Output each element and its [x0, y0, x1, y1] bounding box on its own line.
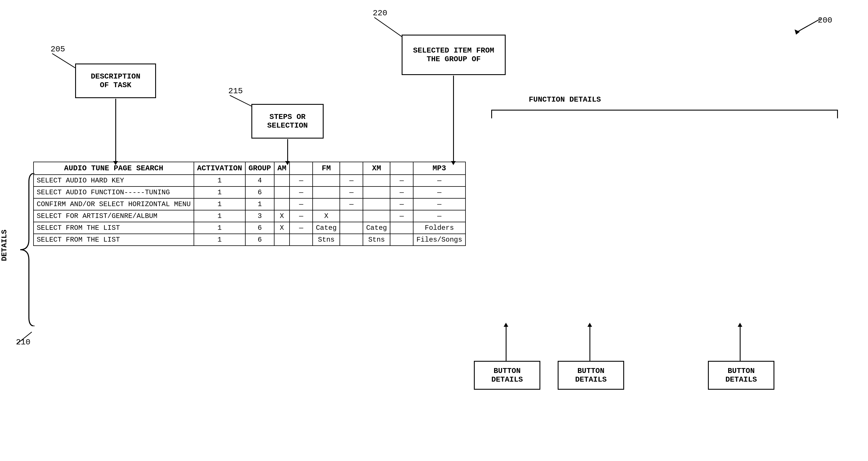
table-row: CONFIRM AND/OR SELECT HORIZONTAL MENU 1 …: [33, 198, 465, 210]
row1-group: 4: [245, 175, 274, 187]
row2-am: [274, 187, 289, 198]
row2-activation: 1: [194, 187, 245, 198]
row3-fm: [313, 198, 340, 210]
row6-xm2: [390, 234, 413, 246]
svg-line-0: [798, 19, 820, 32]
button-details-box-3: BUTTONDETAILS: [708, 361, 774, 390]
row2-fm: [313, 187, 340, 198]
row3-activation: 1: [194, 198, 245, 210]
row2-task: SELECT AUDIO FUNCTION-----TUNING: [33, 187, 194, 198]
row2-xm: [363, 187, 390, 198]
row5-xm: Categ: [363, 222, 390, 234]
ref-200-arrow: [780, 14, 824, 37]
row4-group: 3: [245, 210, 274, 222]
row1-mp3: —: [413, 175, 465, 187]
row4-fm2: [340, 210, 363, 222]
button-details-left-brace: [14, 173, 37, 326]
row4-mp3: —: [413, 210, 465, 222]
row3-fm2: —: [340, 198, 363, 210]
button-details-box-1: BUTTONDETAILS: [474, 361, 540, 390]
row6-fm: Stns: [313, 234, 340, 246]
button-details-box-2: BUTTONDETAILS: [558, 361, 624, 390]
col-header-fm2: [340, 162, 363, 175]
svg-line-5: [17, 332, 32, 343]
col-header-xm2: [390, 162, 413, 175]
row1-am: [274, 175, 289, 187]
col-header-task: AUDIO TUNE PAGE SEARCH: [33, 162, 194, 175]
row2-group: 6: [245, 187, 274, 198]
steps-box-text: STEPS ORSELECTION: [267, 112, 308, 130]
main-table: AUDIO TUNE PAGE SEARCH ACTIVATION GROUP …: [33, 162, 466, 246]
mp3-button-arrow: [740, 326, 741, 361]
row6-xm: Stns: [363, 234, 390, 246]
row6-task: SELECT FROM THE LIST: [33, 234, 194, 246]
ref-210-line: [17, 329, 40, 347]
row1-am2: —: [289, 175, 313, 187]
col-header-xm: XM: [363, 162, 390, 175]
button-details-box-1-text: BUTTONDETAILS: [491, 367, 523, 384]
row1-fm: [313, 175, 340, 187]
row1-task: SELECT AUDIO HARD KEY: [33, 175, 194, 187]
row3-group: 1: [245, 198, 274, 210]
selected-item-arrow: [453, 76, 454, 162]
steps-arrow: [287, 139, 288, 162]
diagram: 200 205 DESCRIPTIONOF TASK 215 STEPS ORS…: [0, 0, 868, 461]
row2-am2: —: [289, 187, 313, 198]
col-header-mp3: MP3: [413, 162, 465, 175]
col-header-am: AM: [274, 162, 289, 175]
table-row: SELECT FOR ARTIST/GENRE/ALBUM 1 3 X — X …: [33, 210, 465, 222]
description-box-text: DESCRIPTIONOF TASK: [91, 72, 141, 90]
row3-task: CONFIRM AND/OR SELECT HORIZONTAL MENU: [33, 198, 194, 210]
row3-xm: [363, 198, 390, 210]
table-row: SELECT FROM THE LIST 1 6 X — Categ Categ…: [33, 222, 465, 234]
row6-mp3: Files/Songs: [413, 234, 465, 246]
row1-xm2: —: [390, 175, 413, 187]
ref-215: 215: [228, 87, 243, 96]
row4-am2: —: [289, 210, 313, 222]
row1-fm2: —: [340, 175, 363, 187]
row6-group: 6: [245, 234, 274, 246]
steps-box: STEPS ORSELECTION: [251, 104, 323, 138]
row5-fm: Categ: [313, 222, 340, 234]
table-row: SELECT FROM THE LIST 1 6 Stns Stns Files…: [33, 234, 465, 246]
row2-fm2: —: [340, 187, 363, 198]
row1-xm: [363, 175, 390, 187]
row3-am2: —: [289, 198, 313, 210]
row4-fm: X: [313, 210, 340, 222]
row4-xm2: —: [390, 210, 413, 222]
button-details-box-2-text: BUTTONDETAILS: [575, 367, 607, 384]
ref-205: 205: [51, 45, 65, 54]
row5-activation: 1: [194, 222, 245, 234]
row6-am2: [289, 234, 313, 246]
selected-item-text: SELECTED ITEM FROMTHE GROUP OF: [413, 46, 494, 64]
svg-line-4: [374, 17, 403, 37]
description-box: DESCRIPTIONOF TASK: [75, 64, 156, 98]
svg-line-3: [230, 95, 253, 107]
row4-xm: [363, 210, 390, 222]
svg-marker-1: [795, 29, 800, 35]
fm-button-arrow: [589, 326, 590, 361]
row5-am2: —: [289, 222, 313, 234]
row3-xm2: —: [390, 198, 413, 210]
function-details-bracket: [491, 110, 838, 118]
row6-fm2: [340, 234, 363, 246]
selected-item-box: SELECTED ITEM FROMTHE GROUP OF: [402, 35, 506, 75]
row4-task: SELECT FOR ARTIST/GENRE/ALBUM: [33, 210, 194, 222]
row5-mp3: Folders: [413, 222, 465, 234]
function-details-label: FUNCTION DETAILS: [529, 95, 601, 104]
col-header-activation: ACTIVATION: [194, 162, 245, 175]
row2-mp3: —: [413, 187, 465, 198]
row3-mp3: —: [413, 198, 465, 210]
ref-220: 220: [373, 9, 387, 18]
button-details-box-3-text: BUTTONDETAILS: [725, 367, 757, 384]
row4-activation: 1: [194, 210, 245, 222]
table-row: SELECT AUDIO HARD KEY 1 4 — — — —: [33, 175, 465, 187]
row5-xm2: [390, 222, 413, 234]
button-details-left-label: BUTTON DETAILS: [0, 217, 9, 274]
table-header-row: AUDIO TUNE PAGE SEARCH ACTIVATION GROUP …: [33, 162, 465, 175]
am-button-arrow: [506, 326, 506, 361]
row5-task: SELECT FROM THE LIST: [33, 222, 194, 234]
row5-fm2: [340, 222, 363, 234]
description-arrow: [115, 99, 116, 162]
row6-am: [274, 234, 289, 246]
